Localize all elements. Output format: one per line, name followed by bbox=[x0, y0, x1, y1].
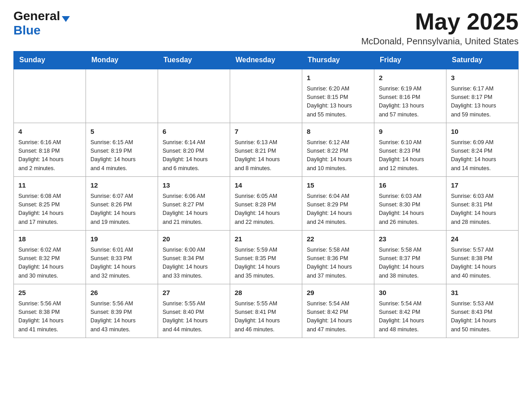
day-number: 1 bbox=[307, 73, 369, 83]
day-number: 10 bbox=[451, 127, 514, 137]
header-row: SundayMondayTuesdayWednesdayThursdayFrid… bbox=[14, 51, 519, 69]
day-info: Sunrise: 6:20 AMSunset: 8:15 PMDaylight:… bbox=[307, 85, 369, 120]
day-number: 8 bbox=[307, 127, 369, 137]
day-number: 14 bbox=[235, 180, 297, 191]
calendar-cell: 28Sunrise: 5:55 AMSunset: 8:41 PMDayligh… bbox=[230, 284, 302, 338]
calendar-cell: 20Sunrise: 6:00 AMSunset: 8:34 PMDayligh… bbox=[158, 231, 230, 284]
day-info: Sunrise: 6:09 AMSunset: 8:24 PMDaylight:… bbox=[451, 138, 514, 173]
day-info: Sunrise: 5:56 AMSunset: 8:39 PMDaylight:… bbox=[90, 300, 153, 334]
calendar-cell: 22Sunrise: 5:58 AMSunset: 8:36 PMDayligh… bbox=[302, 231, 374, 284]
calendar-cell: 4Sunrise: 6:16 AMSunset: 8:18 PMDaylight… bbox=[14, 123, 86, 177]
day-number: 31 bbox=[451, 288, 514, 298]
day-of-week-thursday: Thursday bbox=[302, 51, 374, 69]
calendar-title: May 2025 bbox=[361, 9, 519, 34]
day-number: 4 bbox=[18, 127, 81, 137]
day-of-week-friday: Friday bbox=[374, 51, 446, 69]
day-number: 20 bbox=[163, 234, 225, 244]
logo: General Blue bbox=[13, 9, 70, 38]
day-number: 15 bbox=[307, 180, 369, 191]
day-info: Sunrise: 5:57 AMSunset: 8:38 PMDaylight:… bbox=[451, 246, 514, 281]
day-info: Sunrise: 6:17 AMSunset: 8:17 PMDaylight:… bbox=[451, 85, 514, 120]
calendar-cell: 3Sunrise: 6:17 AMSunset: 8:17 PMDaylight… bbox=[446, 69, 519, 123]
day-number: 25 bbox=[18, 288, 81, 298]
day-info: Sunrise: 6:05 AMSunset: 8:28 PMDaylight:… bbox=[235, 192, 297, 227]
calendar-cell bbox=[158, 69, 230, 123]
calendar-week-4: 18Sunrise: 6:02 AMSunset: 8:32 PMDayligh… bbox=[14, 231, 519, 284]
calendar-cell: 13Sunrise: 6:06 AMSunset: 8:27 PMDayligh… bbox=[158, 177, 230, 231]
day-number: 21 bbox=[235, 234, 297, 244]
calendar-cell: 7Sunrise: 6:13 AMSunset: 8:21 PMDaylight… bbox=[230, 123, 302, 177]
calendar-cell: 31Sunrise: 5:53 AMSunset: 8:43 PMDayligh… bbox=[446, 284, 519, 338]
calendar-cell: 12Sunrise: 6:07 AMSunset: 8:26 PMDayligh… bbox=[86, 177, 158, 231]
day-info: Sunrise: 6:03 AMSunset: 8:31 PMDaylight:… bbox=[451, 192, 514, 227]
calendar-body: 1Sunrise: 6:20 AMSunset: 8:15 PMDaylight… bbox=[14, 69, 519, 338]
calendar-cell bbox=[14, 69, 86, 123]
title-block: May 2025 McDonald, Pennsylvania, United … bbox=[361, 9, 519, 47]
calendar-cell: 2Sunrise: 6:19 AMSunset: 8:16 PMDaylight… bbox=[374, 69, 446, 123]
calendar-cell: 16Sunrise: 6:03 AMSunset: 8:30 PMDayligh… bbox=[374, 177, 446, 231]
calendar-week-5: 25Sunrise: 5:56 AMSunset: 8:38 PMDayligh… bbox=[14, 284, 519, 338]
day-number: 27 bbox=[163, 288, 225, 298]
calendar-cell: 8Sunrise: 6:12 AMSunset: 8:22 PMDaylight… bbox=[302, 123, 374, 177]
day-info: Sunrise: 5:58 AMSunset: 8:37 PMDaylight:… bbox=[379, 246, 442, 281]
calendar-cell: 27Sunrise: 5:55 AMSunset: 8:40 PMDayligh… bbox=[158, 284, 230, 338]
calendar-week-2: 4Sunrise: 6:16 AMSunset: 8:18 PMDaylight… bbox=[14, 123, 519, 177]
day-info: Sunrise: 5:55 AMSunset: 8:41 PMDaylight:… bbox=[235, 300, 297, 334]
calendar-week-1: 1Sunrise: 6:20 AMSunset: 8:15 PMDaylight… bbox=[14, 69, 519, 123]
day-info: Sunrise: 6:06 AMSunset: 8:27 PMDaylight:… bbox=[163, 192, 225, 227]
day-info: Sunrise: 6:16 AMSunset: 8:18 PMDaylight:… bbox=[18, 138, 81, 173]
day-number: 7 bbox=[235, 127, 297, 137]
day-number: 26 bbox=[90, 288, 153, 298]
day-of-week-monday: Monday bbox=[86, 51, 158, 69]
day-info: Sunrise: 6:07 AMSunset: 8:26 PMDaylight:… bbox=[90, 192, 153, 227]
day-number: 18 bbox=[18, 234, 81, 244]
day-info: Sunrise: 6:03 AMSunset: 8:30 PMDaylight:… bbox=[379, 192, 442, 227]
day-number: 17 bbox=[451, 180, 514, 191]
calendar-cell: 25Sunrise: 5:56 AMSunset: 8:38 PMDayligh… bbox=[14, 284, 86, 338]
calendar-cell: 21Sunrise: 5:59 AMSunset: 8:35 PMDayligh… bbox=[230, 231, 302, 284]
calendar-cell: 23Sunrise: 5:58 AMSunset: 8:37 PMDayligh… bbox=[374, 231, 446, 284]
day-number: 29 bbox=[307, 288, 369, 298]
day-number: 12 bbox=[90, 180, 153, 191]
day-number: 13 bbox=[163, 180, 225, 191]
day-info: Sunrise: 5:55 AMSunset: 8:40 PMDaylight:… bbox=[163, 300, 225, 334]
calendar-cell: 19Sunrise: 6:01 AMSunset: 8:33 PMDayligh… bbox=[86, 231, 158, 284]
calendar-cell: 14Sunrise: 6:05 AMSunset: 8:28 PMDayligh… bbox=[230, 177, 302, 231]
day-number: 28 bbox=[235, 288, 297, 298]
day-info: Sunrise: 6:19 AMSunset: 8:16 PMDaylight:… bbox=[379, 85, 442, 120]
calendar-cell: 6Sunrise: 6:14 AMSunset: 8:20 PMDaylight… bbox=[158, 123, 230, 177]
day-number: 5 bbox=[90, 127, 153, 137]
calendar-cell: 17Sunrise: 6:03 AMSunset: 8:31 PMDayligh… bbox=[446, 177, 519, 231]
calendar-cell: 10Sunrise: 6:09 AMSunset: 8:24 PMDayligh… bbox=[446, 123, 519, 177]
calendar-location: McDonald, Pennsylvania, United States bbox=[361, 36, 519, 47]
calendar-table: SundayMondayTuesdayWednesdayThursdayFrid… bbox=[13, 51, 519, 338]
day-number: 19 bbox=[90, 234, 153, 244]
day-info: Sunrise: 5:56 AMSunset: 8:38 PMDaylight:… bbox=[18, 300, 81, 334]
calendar-cell: 5Sunrise: 6:15 AMSunset: 8:19 PMDaylight… bbox=[86, 123, 158, 177]
day-info: Sunrise: 6:01 AMSunset: 8:33 PMDaylight:… bbox=[90, 246, 153, 281]
day-number: 11 bbox=[18, 180, 81, 191]
day-info: Sunrise: 6:10 AMSunset: 8:23 PMDaylight:… bbox=[379, 138, 442, 173]
logo-blue: Blue bbox=[13, 23, 41, 37]
calendar-cell: 15Sunrise: 6:04 AMSunset: 8:29 PMDayligh… bbox=[302, 177, 374, 231]
day-number: 9 bbox=[379, 127, 442, 137]
day-info: Sunrise: 5:53 AMSunset: 8:43 PMDaylight:… bbox=[451, 300, 514, 334]
day-info: Sunrise: 5:59 AMSunset: 8:35 PMDaylight:… bbox=[235, 246, 297, 281]
calendar-cell: 11Sunrise: 6:08 AMSunset: 8:25 PMDayligh… bbox=[14, 177, 86, 231]
page-header: General Blue May 2025 McDonald, Pennsylv… bbox=[13, 9, 519, 47]
calendar-cell bbox=[230, 69, 302, 123]
day-of-week-wednesday: Wednesday bbox=[230, 51, 302, 69]
calendar-header: SundayMondayTuesdayWednesdayThursdayFrid… bbox=[14, 51, 519, 69]
day-info: Sunrise: 5:54 AMSunset: 8:42 PMDaylight:… bbox=[307, 300, 369, 334]
calendar-cell: 1Sunrise: 6:20 AMSunset: 8:15 PMDaylight… bbox=[302, 69, 374, 123]
day-number: 6 bbox=[163, 127, 225, 137]
calendar-cell: 9Sunrise: 6:10 AMSunset: 8:23 PMDaylight… bbox=[374, 123, 446, 177]
day-number: 30 bbox=[379, 288, 442, 298]
day-of-week-saturday: Saturday bbox=[446, 51, 519, 69]
calendar-cell: 24Sunrise: 5:57 AMSunset: 8:38 PMDayligh… bbox=[446, 231, 519, 284]
logo-general: General bbox=[13, 9, 60, 23]
day-info: Sunrise: 6:02 AMSunset: 8:32 PMDaylight:… bbox=[18, 246, 81, 281]
day-info: Sunrise: 6:04 AMSunset: 8:29 PMDaylight:… bbox=[307, 192, 369, 227]
day-number: 22 bbox=[307, 234, 369, 244]
day-of-week-tuesday: Tuesday bbox=[158, 51, 230, 69]
